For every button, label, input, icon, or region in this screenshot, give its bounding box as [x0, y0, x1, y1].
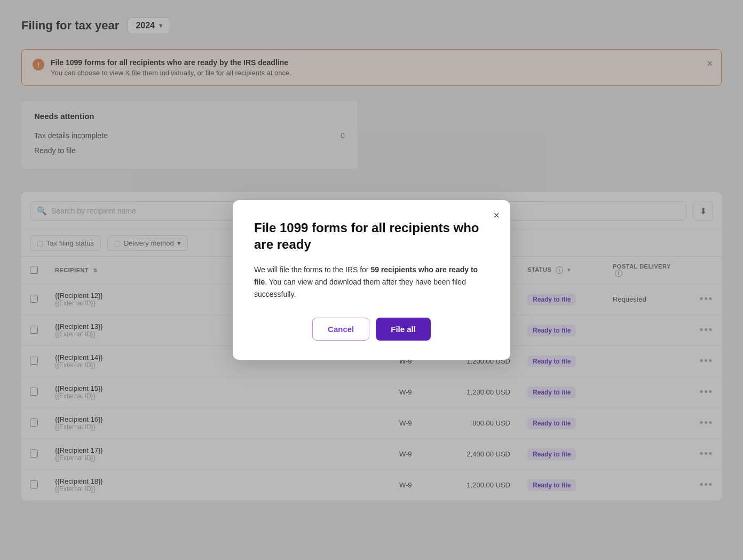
cancel-button[interactable]: Cancel: [312, 318, 369, 341]
modal-overlay: × File 1099 forms for all recipients who…: [0, 0, 743, 560]
file-all-modal: × File 1099 forms for all recipients who…: [233, 200, 510, 360]
modal-close-button[interactable]: ×: [493, 210, 500, 220]
modal-body-prefix: We will file the forms to the IRS for: [254, 265, 370, 274]
modal-actions: Cancel File all: [254, 318, 489, 341]
modal-body-suffix: . You can view and download them after t…: [254, 278, 466, 298]
modal-title: File 1099 forms for all recipients who a…: [254, 219, 489, 253]
file-all-button[interactable]: File all: [376, 318, 431, 341]
modal-body: We will file the forms to the IRS for 59…: [254, 264, 489, 301]
